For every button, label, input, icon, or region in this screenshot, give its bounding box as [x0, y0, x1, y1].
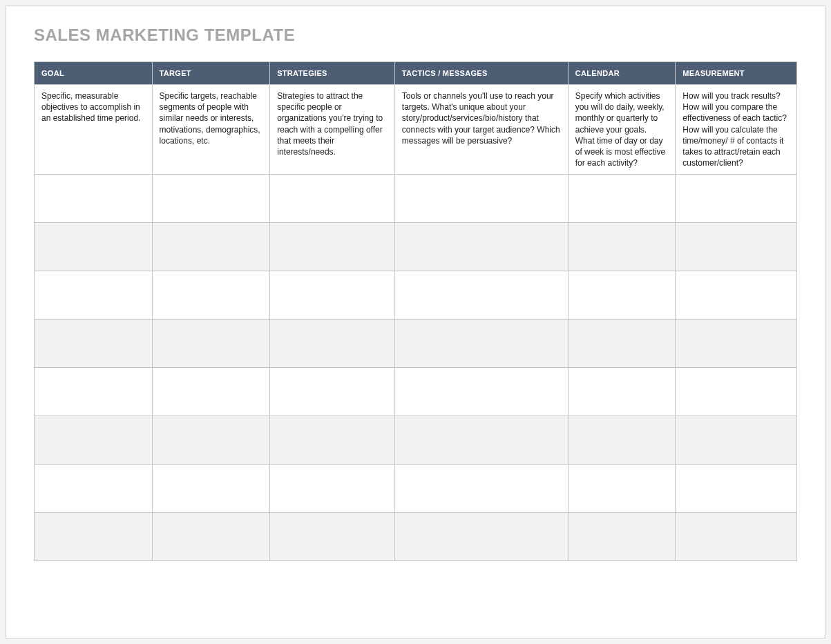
cell[interactable]	[394, 465, 568, 513]
cell[interactable]	[568, 513, 676, 561]
page-container: SALES MARKETING TEMPLATE GOAL TARGET STR…	[6, 6, 825, 638]
cell[interactable]	[152, 271, 270, 320]
cell[interactable]	[394, 320, 568, 368]
col-header-strategies: STRATEGIES	[270, 62, 395, 85]
cell[interactable]	[270, 175, 395, 223]
cell[interactable]	[35, 368, 153, 416]
table-row	[35, 416, 797, 465]
cell[interactable]	[394, 513, 568, 561]
col-header-goal: GOAL	[35, 62, 153, 85]
description-row: Specific, measurable objectives to accom…	[35, 85, 797, 175]
cell[interactable]	[676, 320, 797, 368]
cell[interactable]	[152, 320, 270, 368]
cell[interactable]	[676, 271, 797, 320]
desc-goal: Specific, measurable objectives to accom…	[35, 85, 153, 175]
cell[interactable]	[152, 223, 270, 271]
cell[interactable]	[270, 271, 395, 320]
cell[interactable]	[270, 416, 395, 465]
desc-tactics: Tools or channels you'll use to reach yo…	[394, 85, 568, 175]
cell[interactable]	[35, 271, 153, 320]
cell[interactable]	[394, 223, 568, 271]
cell[interactable]	[394, 175, 568, 223]
desc-calendar: Specify which activities you will do dai…	[568, 85, 676, 175]
table-row	[35, 175, 797, 223]
desc-target: Specific targets, reachable segments of …	[152, 85, 270, 175]
cell[interactable]	[270, 223, 395, 271]
col-header-calendar: CALENDAR	[568, 62, 676, 85]
marketing-template-table: GOAL TARGET STRATEGIES TACTICS / MESSAGE…	[34, 61, 797, 561]
table-row	[35, 223, 797, 271]
cell[interactable]	[568, 271, 676, 320]
col-header-tactics: TACTICS / MESSAGES	[394, 62, 568, 85]
table-row	[35, 368, 797, 416]
cell[interactable]	[676, 175, 797, 223]
cell[interactable]	[270, 465, 395, 513]
desc-strategies: Strategies to attract the specific peopl…	[270, 85, 395, 175]
cell[interactable]	[676, 416, 797, 465]
cell[interactable]	[35, 465, 153, 513]
cell[interactable]	[270, 320, 395, 368]
cell[interactable]	[152, 465, 270, 513]
cell[interactable]	[35, 513, 153, 561]
cell[interactable]	[568, 175, 676, 223]
table-row	[35, 465, 797, 513]
cell[interactable]	[270, 368, 395, 416]
cell[interactable]	[676, 223, 797, 271]
col-header-measurement: MEASUREMENT	[676, 62, 797, 85]
cell[interactable]	[152, 513, 270, 561]
cell[interactable]	[270, 513, 395, 561]
cell[interactable]	[394, 368, 568, 416]
cell[interactable]	[568, 223, 676, 271]
cell[interactable]	[568, 416, 676, 465]
cell[interactable]	[152, 368, 270, 416]
cell[interactable]	[35, 175, 153, 223]
table-row	[35, 513, 797, 561]
cell[interactable]	[568, 465, 676, 513]
cell[interactable]	[676, 368, 797, 416]
cell[interactable]	[35, 320, 153, 368]
cell[interactable]	[152, 416, 270, 465]
header-row: GOAL TARGET STRATEGIES TACTICS / MESSAGE…	[35, 62, 797, 85]
cell[interactable]	[35, 416, 153, 465]
cell[interactable]	[152, 175, 270, 223]
page-title: SALES MARKETING TEMPLATE	[34, 26, 797, 45]
cell[interactable]	[394, 416, 568, 465]
cell[interactable]	[35, 223, 153, 271]
cell[interactable]	[568, 320, 676, 368]
cell[interactable]	[394, 271, 568, 320]
col-header-target: TARGET	[152, 62, 270, 85]
cell[interactable]	[676, 465, 797, 513]
cell[interactable]	[676, 513, 797, 561]
table-row	[35, 320, 797, 368]
cell[interactable]	[568, 368, 676, 416]
table-row	[35, 271, 797, 320]
desc-measurement: How will you track results? How will you…	[676, 85, 797, 175]
